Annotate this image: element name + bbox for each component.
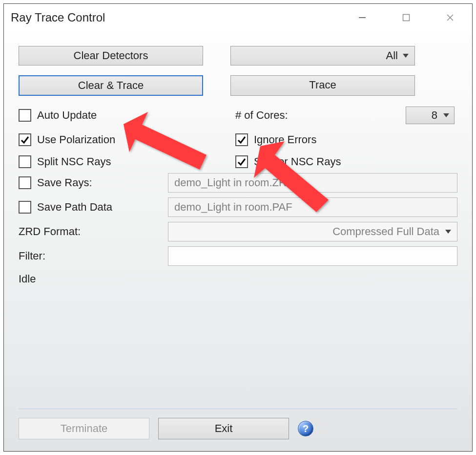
auto-update-checkbox[interactable] xyxy=(19,109,31,122)
ignore-errors-label: Ignore Errors xyxy=(254,133,316,146)
exit-button[interactable]: Exit xyxy=(158,418,289,439)
filter-label: Filter: xyxy=(19,250,45,262)
minimize-button[interactable] xyxy=(340,4,384,31)
svg-rect-1 xyxy=(403,15,410,21)
cores-value: 8 xyxy=(432,109,437,122)
close-button[interactable] xyxy=(428,4,472,31)
save-rays-label: Save Rays: xyxy=(37,176,92,189)
terminate-button[interactable]: Terminate xyxy=(19,418,149,439)
titlebar: Ray Trace Control xyxy=(4,4,472,31)
ray-trace-control-window: Ray Trace Control xyxy=(3,3,473,452)
help-icon[interactable]: ? xyxy=(298,421,313,436)
zrd-format-value: Compressed Full Data xyxy=(332,225,439,238)
scatter-nsc-rays-label: Scatter NSC Rays xyxy=(254,155,341,168)
separator xyxy=(19,409,457,409)
save-rays-checkbox[interactable] xyxy=(19,176,31,189)
ignore-errors-checkbox[interactable] xyxy=(235,133,248,146)
split-nsc-rays-row: Split NSC Rays xyxy=(19,155,230,168)
close-icon xyxy=(445,13,455,22)
clear-and-trace-button[interactable]: Clear & Trace xyxy=(19,75,203,96)
window-title: Ray Trace Control xyxy=(11,11,340,24)
cores-row: # of Cores: 8 xyxy=(230,107,457,124)
maximize-button[interactable] xyxy=(384,4,428,31)
chevron-down-icon xyxy=(443,113,449,117)
auto-update-label: Auto Update xyxy=(37,109,97,122)
cores-select[interactable]: 8 xyxy=(406,107,455,124)
scatter-nsc-rays-row: Scatter NSC Rays xyxy=(230,155,457,168)
titlebar-buttons xyxy=(340,4,472,31)
zrd-format-label: ZRD Format: xyxy=(19,225,81,238)
zrd-format-select[interactable]: Compressed Full Data xyxy=(168,222,457,241)
chevron-down-icon xyxy=(403,54,409,58)
save-path-data-checkbox[interactable] xyxy=(19,201,31,214)
cores-label: # of Cores: xyxy=(235,109,288,122)
scatter-nsc-rays-checkbox[interactable] xyxy=(235,155,248,168)
split-nsc-rays-checkbox[interactable] xyxy=(19,155,31,168)
maximize-icon xyxy=(402,13,411,22)
split-nsc-rays-label: Split NSC Rays xyxy=(37,155,111,168)
chevron-down-icon xyxy=(445,230,451,234)
filter-input[interactable] xyxy=(168,246,457,266)
detector-select-value: All xyxy=(386,49,398,62)
auto-update-row: Auto Update xyxy=(19,109,230,122)
trace-button[interactable]: Trace xyxy=(230,75,415,96)
use-polarization-row: Use Polarization xyxy=(19,133,230,146)
save-path-file-input[interactable] xyxy=(168,197,457,217)
use-polarization-checkbox[interactable] xyxy=(19,133,31,146)
save-rays-file-input[interactable] xyxy=(168,173,457,193)
detector-select-dropdown[interactable]: All xyxy=(230,46,415,65)
ignore-errors-row: Ignore Errors xyxy=(230,133,457,146)
save-path-data-label: Save Path Data xyxy=(37,201,112,214)
minimize-icon xyxy=(357,13,367,22)
status-text: Idle xyxy=(19,273,457,285)
use-polarization-label: Use Polarization xyxy=(37,133,115,146)
clear-detectors-button[interactable]: Clear Detectors xyxy=(19,46,203,65)
